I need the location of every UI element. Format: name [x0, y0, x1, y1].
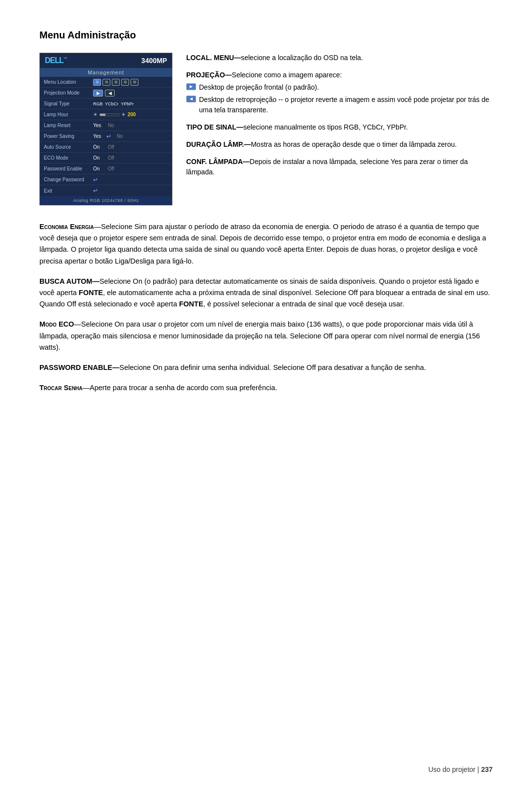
bullet-retro: ◀ Desktop de retroprojeção -- o projetor… [186, 95, 493, 115]
signal-type-value: RGB YCbCr YPbPr [93, 101, 133, 106]
term-trocar-senha: Trocar Senha [39, 384, 83, 392]
password-enable-off: Off [108, 166, 114, 171]
osd-row-change-password: Change Password ↵ [40, 174, 172, 185]
osd-menu-label: Management [40, 68, 172, 77]
bullet-icon-2: ◀ [186, 96, 196, 102]
body-trocar-senha: Trocar Senha—Aperte para trocar a senha … [39, 382, 493, 394]
lamp-value: 200 [128, 112, 136, 117]
desc-tipo-sinal: TIPO DE SINAL—selecione manualmente os t… [186, 122, 493, 133]
eco-mode-off: Off [108, 155, 114, 161]
loc-icon-4: ⊙ [121, 79, 129, 86]
desc-term-local-menu: LOCAL. MENU— [186, 54, 241, 62]
desc-term-duracao-lamp: DURAÇÃO LÂMP.— [186, 140, 251, 148]
osd-row-lamp-reset: Lamp Reset Yes No [40, 120, 172, 131]
term-busca-autom: BUSCA AUTOM— [39, 277, 100, 285]
bullet-icon-1: ▶ [186, 83, 196, 90]
osd-model: 3400MP [141, 57, 167, 65]
page-title: Menu Administração [39, 30, 493, 41]
osd-row-password-enable: Password Enable On Off [40, 164, 172, 174]
loc-icon-3: ⊙ [112, 79, 120, 86]
page-number: 237 [481, 765, 493, 773]
proj-icon-1: ▶ [93, 90, 103, 97]
loc-icon-5: ⊙ [131, 79, 138, 86]
body-busca-autom: BUSCA AUTOM—Selecione On (o padrão) para… [39, 276, 493, 310]
location-icons: ⊙ ⊙ ⊙ ⊙ ⊙ [93, 79, 138, 86]
eco-mode-on: On [93, 155, 100, 161]
osd-row-lamp-hour: Lamp Hour ☀ ☀ 200 [40, 109, 172, 120]
lamp-bar [100, 113, 119, 116]
osd-row-menu-location: Menu Location ⊙ ⊙ ⊙ ⊙ ⊙ [40, 77, 172, 88]
desc-area: LOCAL. MENU—selecione a localização do O… [186, 53, 493, 205]
content-area: DELL™ 3400MP Management Menu Location ⊙ … [39, 53, 493, 205]
term-economia-energia: Economia Energia [39, 223, 94, 231]
osd-header: DELL™ 3400MP [40, 53, 172, 68]
auto-source-off: Off [108, 144, 114, 150]
proj-icon-2: ◀ [105, 90, 115, 97]
page-footer: Uso do projetor | 237 [429, 765, 493, 773]
body-modo-eco: Modo ECO—Selecione On para usar o projet… [39, 319, 493, 353]
osd-row-eco-mode: ECO Mode On Off [40, 153, 172, 164]
osd-panel: DELL™ 3400MP Management Menu Location ⊙ … [39, 53, 172, 205]
desc-conf-lampada: CONF. LÂMPADA—Depois de instalar a nova … [186, 157, 493, 177]
exit-enter-icon: ↵ [93, 187, 98, 194]
osd-logo: DELL™ [45, 56, 67, 65]
power-saving-enter-icon: ↵ [106, 133, 111, 140]
desc-local-menu: LOCAL. MENU—selecione a localização do O… [186, 53, 493, 63]
footer-text: Uso do projetor | [429, 765, 479, 773]
desc-term-projecao: PROJEÇÃO— [186, 71, 232, 79]
desc-term-tipo-sinal: TIPO DE SINAL— [186, 123, 243, 131]
auto-source-on: On [93, 144, 100, 150]
osd-footer: Analog RGB 1024x768 / 60Hz [40, 196, 172, 205]
body-economia-energia: Economia Energia—Selecione Sim para ajus… [39, 221, 493, 267]
desc-term-conf-lampada: CONF. LÂMPADA— [186, 158, 250, 166]
loc-icon-2: ⊙ [102, 79, 110, 86]
desc-projecao: PROJEÇÃO—Selecione como a imagem aparece… [186, 70, 493, 115]
bullet-frontal: ▶ Desktop de projeção frontal (o padrão)… [186, 82, 493, 93]
osd-row-power-saving: Power Saving Yes ↵ No [40, 131, 172, 142]
osd-row-projection-mode: Projection Mode ▶ ◀ [40, 88, 172, 99]
loc-icon-1: ⊙ [93, 79, 101, 86]
osd-row-exit[interactable]: Exit ↵ [40, 185, 172, 196]
desc-duracao-lamp: DURAÇÃO LÂMP.—Mostra as horas de operaçã… [186, 139, 493, 150]
change-password-enter-icon: ↵ [93, 176, 98, 183]
term-modo-eco: Modo ECO [39, 320, 74, 328]
body-password-enable: PASSWORD ENABLE—Selecione On para defini… [39, 362, 493, 373]
osd-row-auto-source: Auto Source On Off [40, 142, 172, 153]
osd-row-signal-type: Signal Type RGB YCbCr YPbPr [40, 99, 172, 109]
password-enable-on: On [93, 166, 100, 171]
term-password-enable: PASSWORD ENABLE— [39, 364, 119, 371]
